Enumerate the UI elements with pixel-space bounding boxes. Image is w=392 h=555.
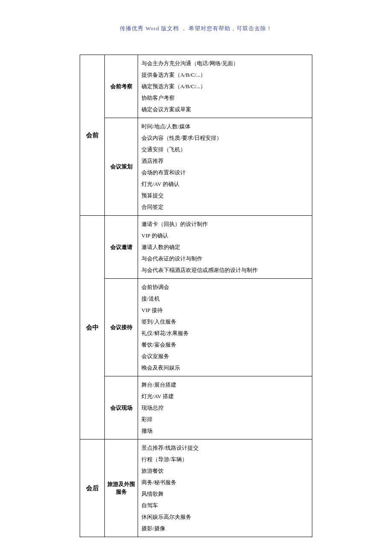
items-cell: 会前协调会接/送机VIP 接待签到/入住服务礼仪/鲜花/水果服务餐饮/宴会服务会…: [138, 279, 312, 376]
category-cell: 会议现场: [105, 376, 138, 439]
items-cell: 与会主办方充分沟通（电话/网络/见面）提供备选方案（A/B/C/...）确定预选…: [138, 55, 312, 118]
list-item: 灯光/AV 搭建: [141, 390, 308, 402]
phase-cell: 会中: [80, 216, 105, 439]
meeting-phases-table: 会前会前考察与会主办方充分沟通（电话/网络/见面）提供备选方案（A/B/C/..…: [80, 55, 312, 537]
list-item: 景点推荐/线路设计提交: [141, 442, 308, 454]
phase-cell: 会后: [80, 439, 105, 537]
list-item: 与会主办方充分沟通（电话/网络/见面）: [141, 58, 308, 69]
list-item: 晚会及夜间娱乐: [141, 362, 308, 373]
list-item: 撤场: [141, 425, 308, 436]
list-item: 确定会议方案或草案: [141, 104, 308, 115]
list-item: 餐饮/宴会服务: [141, 339, 308, 350]
list-item: VIP 接待: [141, 304, 308, 316]
list-item: 协助客户考察: [141, 92, 308, 104]
category-cell: 旅游及外围服务: [105, 439, 138, 537]
list-item: VIP 的确认: [141, 230, 308, 241]
list-item: 与会代表证的设计与制作: [141, 253, 308, 264]
list-item: 舞台/展台搭建: [141, 379, 308, 390]
list-item: 签到/入住服务: [141, 316, 308, 327]
table-container: 会前会前考察与会主办方充分沟通（电话/网络/见面）提供备选方案（A/B/C/..…: [80, 55, 312, 537]
category-cell: 会议邀请: [105, 216, 138, 279]
list-item: 行程（导游/车辆）: [141, 454, 308, 465]
list-item: 会议内容（性质/要求/日程安排）: [141, 132, 308, 144]
list-item: 旅游餐饮: [141, 465, 308, 477]
list-item: 休闲娱乐高尔夫服务: [141, 511, 308, 523]
list-item: 交通安排（飞机）: [141, 144, 308, 155]
list-item: 与会代表下榻酒店欢迎信或感谢信的设计与制作: [141, 264, 308, 276]
category-cell: 会前考察: [105, 55, 138, 118]
list-item: 邀请卡（回执）的设计制作: [141, 218, 308, 230]
list-item: 时间/地点/人数/媒体: [141, 121, 308, 132]
list-item: 会前协调会: [141, 281, 308, 293]
list-item: 提供备选方案（A/B/C/...）: [141, 69, 308, 81]
items-cell: 景点推荐/线路设计提交行程（导游/车辆）旅游餐饮商务/秘书服务风情歌舞自驾车休闲…: [138, 439, 312, 537]
list-item: 摄影/摄像: [141, 523, 308, 534]
list-item: 现场总控: [141, 402, 308, 413]
category-cell: 会议接待: [105, 279, 138, 376]
list-item: 接/送机: [141, 293, 308, 304]
list-item: 灯光/AV 的确认: [141, 178, 308, 190]
items-cell: 邀请卡（回执）的设计制作VIP 的确认邀请人数的确定与会代表证的设计与制作与会代…: [138, 216, 312, 279]
list-item: 彩排: [141, 413, 308, 425]
list-item: 自驾车: [141, 500, 308, 511]
list-item: 会议室服务: [141, 350, 308, 362]
phase-cell: 会前: [80, 55, 105, 216]
category-cell: 会议策划: [105, 118, 138, 216]
list-item: 确定预选方案（A/B/C/...）: [141, 81, 308, 92]
list-item: 礼仪/鲜花/水果服务: [141, 327, 308, 339]
items-cell: 时间/地点/人数/媒体会议内容（性质/要求/日程安排）交通安排（飞机）酒店推荐会…: [138, 118, 312, 216]
list-item: 合同签定: [141, 201, 308, 213]
list-item: 会场的布置和设计: [141, 167, 308, 178]
items-cell: 舞台/展台搭建灯光/AV 搭建现场总控彩排撤场: [138, 376, 312, 439]
page-header: 传播优秀 Word 版文档 ， 希望对您有帮助，可双击去除！: [0, 0, 392, 32]
list-item: 邀请人数的确定: [141, 241, 308, 253]
list-item: 商务/秘书服务: [141, 477, 308, 488]
list-item: 风情歌舞: [141, 488, 308, 500]
list-item: 预算提交: [141, 190, 308, 201]
list-item: 酒店推荐: [141, 155, 308, 167]
